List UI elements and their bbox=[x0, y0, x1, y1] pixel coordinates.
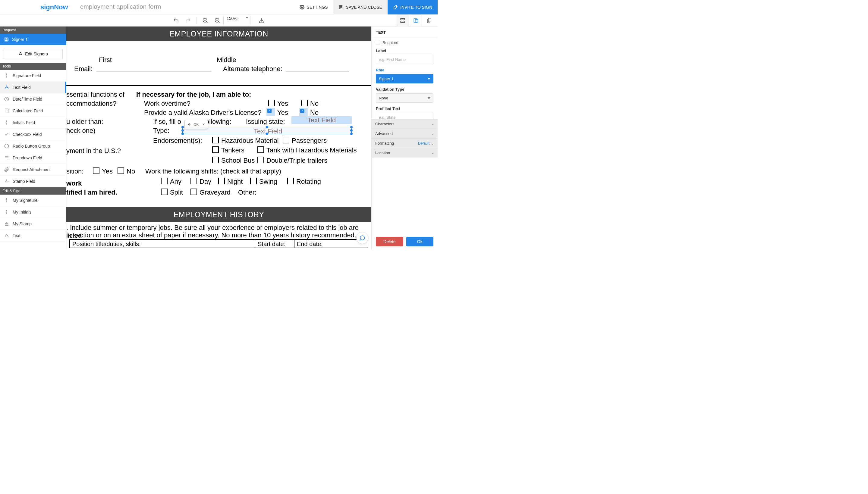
text-fragment: tified I am hired. bbox=[66, 189, 117, 196]
editsign-my-initials[interactable]: My Initials bbox=[0, 206, 66, 218]
label-no: No bbox=[310, 109, 318, 117]
role-select[interactable]: Signer 1 bbox=[376, 74, 433, 83]
prefilled-label: Prefilled Text bbox=[376, 106, 433, 111]
zoom-in-button[interactable] bbox=[211, 15, 223, 26]
dropdown-icon bbox=[4, 155, 9, 160]
ok-button[interactable]: Ok bbox=[406, 237, 434, 246]
invite-to-sign-button[interactable]: INVITE TO SIGN bbox=[388, 0, 438, 15]
save-close-button[interactable]: SAVE AND CLOSE bbox=[333, 0, 388, 15]
checkbox-field-no[interactable]: * bbox=[299, 108, 308, 116]
required-checkbox[interactable] bbox=[376, 41, 380, 45]
view-mode-button[interactable] bbox=[410, 15, 422, 26]
undo-button[interactable] bbox=[170, 15, 182, 26]
question-heading: If necessary for the job, I am able to: bbox=[136, 91, 251, 98]
pages-button[interactable] bbox=[423, 15, 435, 26]
svg-point-19 bbox=[4, 144, 8, 148]
text-fragment: yment in the U.S.? bbox=[66, 147, 121, 155]
editsign-text[interactable]: Text bbox=[0, 230, 66, 242]
tool-label: Request Attachment bbox=[13, 167, 51, 172]
feather-icon bbox=[393, 5, 398, 10]
text-icon bbox=[4, 233, 9, 238]
tool-label: Dropdown Field bbox=[13, 155, 42, 160]
toolbar-right bbox=[395, 15, 435, 26]
role-label: Role bbox=[376, 68, 433, 72]
gear-icon bbox=[300, 5, 304, 10]
signer-row[interactable]: Signer 1 bbox=[0, 34, 66, 45]
tool-radio-button-group[interactable]: Radio Button Group bbox=[0, 140, 66, 152]
separator bbox=[197, 17, 197, 24]
collapsible-location[interactable]: Location⌄ bbox=[372, 148, 438, 157]
tool-label: My Stamp bbox=[13, 222, 32, 226]
save-close-label: SAVE AND CLOSE bbox=[346, 5, 382, 10]
tool-label: Text Field bbox=[13, 85, 31, 90]
label-endorsements: Endorsement(s): bbox=[153, 137, 202, 145]
checkbox-field-yes[interactable]: * bbox=[266, 108, 275, 116]
tool-label: Calculated Field bbox=[13, 109, 43, 113]
initials-icon bbox=[4, 120, 9, 125]
tool-request-attachment[interactable]: Request Attachment bbox=[0, 164, 66, 176]
history-table-header: Position title/duties, skills: Start dat… bbox=[69, 239, 368, 248]
label-middle: Middle bbox=[217, 56, 236, 64]
label-alt-phone: Alternate telephone: bbox=[223, 65, 282, 73]
stamp-icon bbox=[4, 179, 9, 184]
toolbar-center: 150% bbox=[170, 15, 267, 26]
editsign-my-signature[interactable]: My Signature bbox=[0, 195, 66, 206]
text-fragment: sition: bbox=[66, 168, 84, 175]
label-input[interactable] bbox=[376, 55, 433, 64]
role-value: Signer 1 bbox=[379, 77, 393, 81]
svg-rect-12 bbox=[415, 20, 418, 22]
svg-point-14 bbox=[6, 38, 7, 39]
chevron-down-icon: ⌄ bbox=[431, 132, 434, 136]
settings-button[interactable]: SETTINGS bbox=[294, 0, 333, 15]
tool-checkbox-field[interactable]: Checkbox Field bbox=[0, 129, 66, 140]
required-row[interactable]: Required bbox=[376, 40, 433, 45]
calculator-icon bbox=[4, 109, 9, 113]
signature-icon bbox=[4, 198, 9, 203]
tool-dropdown-field[interactable]: Dropdown Field bbox=[0, 152, 66, 164]
question-overtime: Work overtime? bbox=[144, 100, 190, 108]
checkbox bbox=[250, 178, 257, 184]
required-marker: * bbox=[267, 109, 272, 113]
label-field-label: Label bbox=[376, 49, 433, 53]
tool-calculated-field[interactable]: Calculated Field bbox=[0, 105, 66, 117]
tool-stamp-field[interactable]: Stamp Field bbox=[0, 176, 66, 187]
tool-signature-field[interactable]: Signature Field bbox=[0, 70, 66, 82]
label-type: Type: bbox=[153, 127, 169, 135]
edit-signers-button[interactable]: Edit Signers bbox=[4, 49, 63, 59]
delete-button[interactable]: Delete bbox=[376, 237, 403, 246]
document-canvas[interactable]: EMPLOYEE INFORMATION First Middle Email:… bbox=[66, 26, 371, 249]
collapsible-formatting[interactable]: FormattingDefault⌄ bbox=[372, 138, 438, 148]
history-text-2: is section or on an extra sheet of paper… bbox=[66, 231, 356, 239]
tool-datetime-field[interactable]: Date/Time Field bbox=[0, 93, 66, 105]
zoom-out-button[interactable] bbox=[199, 15, 211, 26]
properties-header: TEXT bbox=[372, 26, 438, 38]
label-rotating: Rotating bbox=[296, 178, 321, 186]
text-fragment: ccommodations? bbox=[66, 100, 116, 108]
chat-help-button[interactable] bbox=[356, 232, 368, 244]
layout-button[interactable] bbox=[396, 15, 409, 26]
label-hazmat: Hazardous Material bbox=[221, 137, 279, 145]
prefilled-input[interactable] bbox=[376, 113, 433, 119]
collapsible-advanced[interactable]: Advanced⌄ bbox=[372, 129, 438, 138]
save-icon bbox=[339, 5, 344, 10]
editsign-my-stamp[interactable]: My Stamp bbox=[0, 218, 66, 230]
tool-initials-field[interactable]: Initials Field bbox=[0, 117, 66, 129]
tool-label: Checkbox Field bbox=[13, 132, 42, 137]
document-page: EMPLOYEE INFORMATION First Middle Email:… bbox=[66, 26, 371, 249]
properties-panel: TEXT Required Label Role Signer 1 Valida… bbox=[371, 26, 438, 249]
formatting-value: Default bbox=[418, 141, 429, 146]
banner-employment-history: EMPLOYMENT HISTORY bbox=[66, 207, 371, 222]
document-title[interactable]: employment application form bbox=[80, 3, 161, 11]
label-graveyard: Graveyard bbox=[200, 189, 230, 196]
tool-label: Stamp Field bbox=[13, 179, 35, 184]
download-button[interactable] bbox=[256, 15, 267, 26]
zoom-select[interactable]: 150% bbox=[223, 16, 251, 25]
attachment-icon bbox=[4, 167, 9, 172]
person-icon bbox=[18, 52, 23, 56]
redo-button[interactable] bbox=[182, 15, 194, 26]
edit-signers-label: Edit Signers bbox=[25, 52, 48, 56]
label-swing: Swing bbox=[259, 178, 277, 186]
collapsible-characters[interactable]: Characters⌄ bbox=[372, 119, 438, 129]
validation-select[interactable]: None bbox=[376, 93, 433, 103]
tool-text-field[interactable]: Text Field bbox=[0, 82, 66, 93]
